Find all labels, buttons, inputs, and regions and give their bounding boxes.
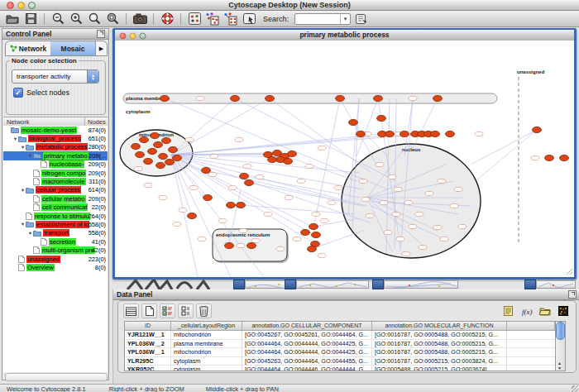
table-header-cell[interactable]: annotation.GO CELLULAR_COMPONENT [242, 322, 372, 330]
folder-icon [26, 221, 36, 227]
tree-expand-arrow-icon[interactable]: ▼ [20, 188, 26, 193]
tree-row[interactable]: secretion41(0) [3, 237, 108, 246]
background-window-thumbnail[interactable] [296, 280, 369, 289]
table-cell: YPL036W__1 [125, 348, 171, 356]
background-window-fragment[interactable] [372, 280, 384, 289]
tab-network[interactable]: Network [6, 41, 50, 55]
tab-overflow-arrow[interactable]: ▶ [95, 41, 107, 55]
tree-row[interactable]: cellular metabo209(0) [3, 194, 108, 203]
network-canvas[interactable]: plasma membranecytoplasmmitochondrionnuc… [115, 41, 574, 277]
table-vscrollbar[interactable]: ▲▼ [555, 321, 566, 371]
network-node [356, 131, 366, 136]
zoom-window-icon[interactable] [28, 2, 36, 9]
network-label-node [409, 96, 417, 100]
tree-row[interactable]: ▼biological_process651(0) [3, 134, 108, 142]
table-header-cell[interactable]: annotation.GO MOLECULAR_FUNCTION [372, 322, 507, 330]
background-window-thumbnail[interactable] [384, 280, 458, 289]
tree-row[interactable]: macromolecule311(0) [3, 177, 108, 185]
help-ring-icon[interactable] [160, 12, 175, 26]
tab-mosaic[interactable]: Mosaic [50, 41, 95, 55]
attribute-table-icon[interactable] [123, 304, 139, 318]
background-window-fragment[interactable] [524, 280, 536, 289]
float-data-panel-icon[interactable] [568, 290, 577, 299]
zoom-out-icon[interactable] [50, 12, 65, 26]
import-attributes-icon[interactable] [537, 304, 553, 318]
save-icon[interactable] [23, 12, 38, 26]
network-node [400, 131, 409, 136]
tree-row[interactable]: ▼establishment of lo558(0) [3, 220, 108, 228]
tree-row[interactable]: cell communicat22(0) [3, 203, 108, 212]
table-row[interactable]: YKR052Ccytoplasm[GO:0044464, GO:0044446,… [125, 366, 555, 371]
background-window-fragment[interactable] [285, 280, 296, 289]
close-window-icon[interactable] [7, 2, 14, 9]
network-view-frame[interactable]: primary metabolic process plasma membran… [112, 28, 577, 280]
attribute-matrix-icon[interactable] [555, 304, 571, 318]
table-header-cell[interactable] [507, 322, 555, 330]
tree-expand-arrow-icon[interactable]: ▼ [27, 153, 33, 158]
network-label-node [458, 224, 467, 228]
table-row[interactable]: YPL036W__2plasma membrane[GO:0044464, GO… [125, 340, 555, 349]
background-window-fragment[interactable] [233, 280, 245, 289]
tree-expand-arrow-icon[interactable]: ▼ [12, 136, 18, 141]
tree-row-count: 651(0) [89, 135, 106, 142]
zoom-fit-icon[interactable] [87, 12, 102, 26]
node-color-dropdown[interactable]: transporter activity ▲▼ [12, 69, 99, 84]
search-options-icon[interactable] [354, 12, 369, 26]
network-zoom-icon[interactable] [140, 33, 146, 40]
annotation-icon[interactable] [242, 12, 256, 26]
unselect-attributes-icon[interactable] [178, 304, 194, 318]
background-window-thumbnail[interactable] [536, 280, 576, 289]
table-row[interactable]: YPL036W__1mitochondrion[GO:0044464, GO:0… [125, 348, 555, 357]
select-nodes-checkbox[interactable]: ✓ [13, 88, 23, 98]
table-header-cell[interactable]: _cellularLayoutRegion [171, 322, 242, 330]
delete-attribute-icon[interactable] [196, 304, 212, 318]
tree-row[interactable]: unassigned223(0) [3, 255, 108, 263]
tree-expand-arrow-icon[interactable]: ▼ [27, 231, 33, 236]
tree-row[interactable]: ▼metabolic process280(0) [3, 143, 108, 151]
network-node [173, 155, 182, 160]
import-network-icon[interactable] [205, 12, 220, 26]
tree-row[interactable]: ▼cellular process614(0) [3, 186, 108, 194]
network-minimize-icon[interactable] [130, 33, 136, 40]
tree-row[interactable]: ▼transport558(0) [3, 229, 108, 237]
table-cell: plasma membrane [171, 340, 242, 348]
minimize-window-icon[interactable] [17, 2, 25, 9]
open-folder-icon[interactable] [5, 12, 20, 26]
attribute-notes-icon[interactable] [500, 304, 516, 318]
function-builder-icon[interactable]: f(x) [519, 304, 534, 318]
table-cell: YPL036W__2 [125, 340, 171, 348]
tree-row[interactable]: Overview8(0) [3, 263, 108, 271]
import-table-icon[interactable] [223, 12, 238, 26]
tree-expand-arrow-icon[interactable]: ▼ [20, 145, 26, 150]
table-cell [507, 331, 555, 339]
network-view-titlebar[interactable]: primary metabolic process [115, 30, 574, 41]
tree-row[interactable]: ▼primary metabo209(... [3, 151, 108, 160]
select-attributes-icon[interactable] [160, 304, 175, 318]
tree-row[interactable]: mosaic-demo-yeast874(0) [3, 126, 108, 134]
zoom-selected-icon[interactable] [105, 12, 120, 26]
snapshot-icon[interactable] [132, 12, 147, 26]
table-vscrollbar-arrows[interactable]: ▲▼ [556, 361, 563, 370]
data-panel-body: f(x) ID_cellularLayoutRegionannotation.G… [117, 300, 577, 373]
layout-settings-icon[interactable] [187, 12, 202, 26]
zoom-in-icon[interactable] [69, 12, 84, 26]
search-dropdown-icon[interactable]: ▾ [340, 14, 350, 24]
node-color-dropdown-value: transporter activity [12, 73, 87, 80]
table-row[interactable]: YLR295Ccytoplasm[GO:0045263, GO:0044464,… [125, 357, 555, 366]
network-close-icon[interactable] [120, 33, 127, 40]
tree-row[interactable]: response to stimulu264(0) [3, 212, 108, 220]
control-panel-hscrollbar[interactable] [5, 373, 108, 381]
window-resize-grip[interactable] [572, 385, 578, 392]
new-attribute-icon[interactable] [141, 304, 157, 318]
network-node [560, 155, 569, 160]
tree-row[interactable]: nucleobase-209(0) [3, 160, 108, 169]
search-input[interactable]: ▾ [294, 13, 351, 25]
table-vscrollbar-thumb[interactable] [556, 322, 565, 340]
table-row[interactable]: YJR121W__1mitochondrion[GO:0045267, GO:0… [125, 331, 555, 340]
tree-row[interactable]: nitrogen compo209(0) [3, 169, 108, 177]
folder-icon [11, 127, 21, 133]
tree-expand-arrow-icon[interactable]: ▼ [20, 222, 26, 227]
table-header-cell[interactable]: ID [125, 322, 171, 330]
float-panel-icon[interactable] [97, 30, 105, 38]
tree-row[interactable]: multi-organism pro42(0) [3, 246, 108, 254]
